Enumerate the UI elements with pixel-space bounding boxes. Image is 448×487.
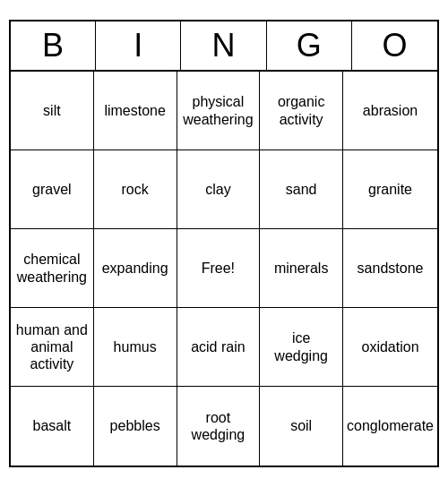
bingo-cell: human and animal activity (11, 308, 94, 387)
bingo-grid: siltlimestonephysical weatheringorganic … (11, 72, 437, 466)
bingo-cell: expanding (94, 229, 177, 308)
bingo-cell: minerals (260, 229, 343, 308)
bingo-cell: silt (11, 72, 94, 150)
bingo-header: BINGO (11, 21, 437, 72)
bingo-cell: limestone (94, 72, 177, 150)
cell-text: conglomerate (347, 417, 434, 434)
bingo-cell: root wedging (177, 387, 261, 466)
bingo-cell: chemical weathering (11, 229, 94, 308)
cell-text: physical weathering (181, 93, 256, 127)
bingo-cell: acid rain (177, 308, 261, 387)
header-letter: O (352, 21, 437, 70)
bingo-cell: pebbles (94, 387, 177, 466)
bingo-cell: soil (260, 387, 343, 466)
bingo-cell: sandstone (343, 229, 437, 308)
cell-text: minerals (274, 260, 328, 277)
cell-text: organic activity (263, 93, 339, 127)
cell-text: silt (43, 102, 61, 119)
cell-text: acid rain (191, 338, 245, 355)
cell-text: basalt (33, 417, 72, 434)
bingo-cell: granite (343, 150, 437, 229)
bingo-cell: conglomerate (343, 387, 437, 466)
cell-text: clay (205, 181, 230, 198)
cell-text: abrasion (363, 102, 418, 119)
bingo-cell: rock (94, 150, 177, 229)
cell-text: sandstone (358, 260, 424, 277)
cell-text: root wedging (181, 409, 256, 443)
bingo-cell: abrasion (343, 72, 437, 150)
cell-text: granite (368, 181, 412, 198)
cell-text: gravel (32, 181, 72, 198)
cell-text: Free! (202, 260, 235, 277)
header-letter: N (181, 21, 266, 70)
bingo-cell: clay (177, 150, 261, 229)
cell-text: rock (122, 181, 149, 198)
cell-text: pebbles (110, 417, 160, 434)
cell-text: oxidation (362, 338, 419, 355)
cell-text: human and animal activity (14, 321, 90, 373)
header-letter: G (267, 21, 352, 70)
bingo-cell: Free! (177, 229, 261, 308)
cell-text: sand (286, 181, 317, 198)
bingo-cell: physical weathering (177, 72, 261, 150)
cell-text: chemical weathering (14, 251, 90, 285)
cell-text: ice wedging (263, 329, 339, 363)
header-letter: I (96, 21, 181, 70)
bingo-cell: ice wedging (260, 308, 343, 387)
bingo-cell: gravel (11, 150, 94, 229)
cell-text: limestone (104, 102, 165, 119)
bingo-cell: sand (260, 150, 343, 229)
bingo-cell: humus (94, 308, 177, 387)
cell-text: expanding (102, 260, 168, 277)
bingo-cell: basalt (11, 387, 94, 466)
cell-text: humus (114, 338, 157, 355)
header-letter: B (11, 21, 96, 70)
cell-text: soil (290, 417, 312, 434)
bingo-cell: organic activity (260, 72, 343, 150)
bingo-cell: oxidation (343, 308, 437, 387)
bingo-card: BINGO siltlimestonephysical weatheringor… (9, 20, 439, 467)
